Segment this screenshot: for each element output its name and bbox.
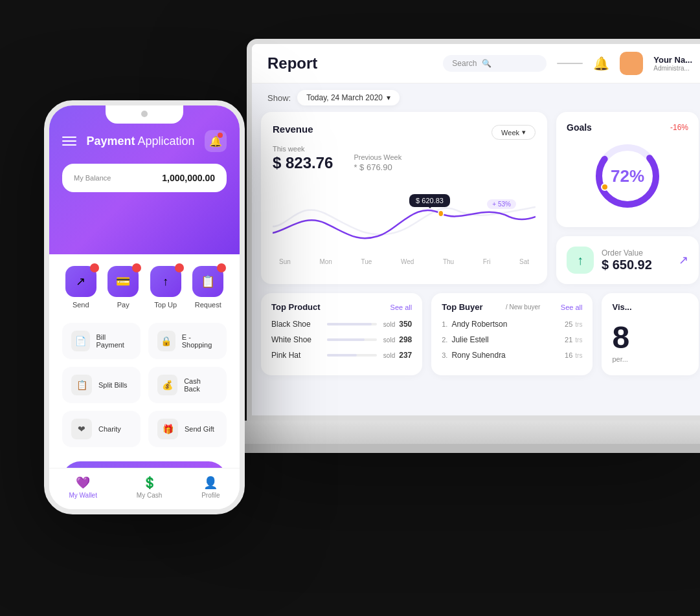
notification-bell-icon[interactable]: 🔔 <box>205 130 227 152</box>
chevron-down-icon: ▾ <box>387 93 390 102</box>
e-shopping-icon: 🔒 <box>157 331 175 351</box>
revenue-title: Revenue <box>273 124 313 135</box>
phone-app-title: Payment Application <box>76 135 205 148</box>
user-avatar <box>620 52 643 75</box>
dashboard: Report Search 🔍 🔔 Your Na... Administra.… <box>252 44 700 415</box>
prev-week-value: * $ 676.90 <box>354 162 401 172</box>
date-selector[interactable]: Today, 24 March 2020 ▾ <box>297 90 400 105</box>
chart-badge: + 53% <box>487 199 516 209</box>
top-buyer-see-all[interactable]: See all <box>561 303 583 311</box>
search-bar[interactable]: Search 🔍 <box>443 55 547 72</box>
send-gift-label: Send Gift <box>185 425 214 433</box>
split-bills-label: Split Bills <box>98 381 128 389</box>
order-value: $ 650.92 <box>602 258 652 272</box>
cash-back-icon: 💰 <box>157 375 177 395</box>
profile-icon: 👤 <box>201 476 220 489</box>
divider <box>557 63 583 64</box>
chart-tooltip: $ 620.83 <box>409 194 450 207</box>
menu-send-gift[interactable]: 🎁 Send Gift <box>148 411 227 447</box>
menu-e-shopping[interactable]: 🔒 E - Shopping <box>148 323 227 359</box>
quick-actions: ↗ Send 💳 Pay ↑ Top Up 📋 Request <box>49 254 240 315</box>
hamburger-icon[interactable] <box>62 134 76 148</box>
bill-payment-label: Bill Payment <box>96 333 131 349</box>
top-product-see-all[interactable]: See all <box>390 303 412 311</box>
topup-label: Top Up <box>154 301 177 309</box>
chart-labels: Sun Mon Tue Wed Thu Fri Sat <box>273 258 536 265</box>
buyer-row-1: 1. Andy Robertson 25 trs <box>442 320 582 329</box>
laptop-screen: Report Search 🔍 🔔 Your Na... Administra.… <box>247 39 700 421</box>
user-name: Your Na... <box>653 55 692 65</box>
nav-cash[interactable]: 💲 My Cash <box>137 476 162 499</box>
laptop-mockup: Report Search 🔍 🔔 Your Na... Administra.… <box>221 39 700 595</box>
nav-cash-label: My Cash <box>137 492 162 499</box>
action-topup[interactable]: ↑ Top Up <box>150 266 181 309</box>
phone-camera <box>141 111 148 117</box>
prev-week-label: Previous Week <box>354 153 401 161</box>
goals-change: -16% <box>670 123 688 132</box>
balance-amount: 1,000,000.00 <box>162 173 215 183</box>
pay-icon: 💳 <box>107 266 139 297</box>
visitors-title: Vis... <box>612 302 631 312</box>
action-send[interactable]: ↗ Send <box>65 266 96 309</box>
user-info: Your Na... Administra... <box>653 55 692 72</box>
top-buyer-card: Top Buyer / New buyer See all 1. Andy Ro… <box>431 293 593 375</box>
menu-bill-payment[interactable]: 📄 Bill Payment <box>62 323 141 359</box>
dashboard-body: Revenue Week ▾ This week $ 823.76 Previo… <box>252 112 700 293</box>
revenue-chart: $ 620.83 + 53% Sun Mon <box>273 181 536 272</box>
svg-point-0 <box>438 210 444 217</box>
goals-card: Goals -16% 72% <box>556 112 699 227</box>
page-title: Report <box>267 54 317 72</box>
nav-wallet-label: My Wallet <box>69 492 97 499</box>
buyer-row-2: 2. Julie Estell 21 trs <box>442 335 582 344</box>
svg-point-3 <box>602 184 608 190</box>
order-up-icon: ↑ <box>567 247 594 274</box>
order-value-card: ↑ Order Value $ 650.92 ↗ <box>556 236 699 284</box>
menu-split-bills[interactable]: 📋 Split Bills <box>62 367 141 403</box>
cash-back-label: Cash Back <box>184 377 218 393</box>
nav-profile-label: Profile <box>201 492 220 499</box>
phone-header: Payment Application 🔔 My Balance 1,000,0… <box>49 105 240 254</box>
send-icon: ↗ <box>65 266 96 297</box>
visitors-sub: per... <box>612 355 688 363</box>
balance-label: My Balance <box>74 174 111 182</box>
this-week-stat: This week $ 823.76 <box>273 145 333 172</box>
wallet-icon: 💜 <box>74 476 92 489</box>
grid-menu: 📄 Bill Payment 🔒 E - Shopping 📋 Split Bi… <box>49 315 240 455</box>
laptop-base <box>208 444 700 453</box>
cash-icon: 💲 <box>141 476 159 489</box>
chevron-down-icon: ▾ <box>522 128 526 137</box>
visitors-number: 8 <box>612 320 688 355</box>
split-bills-icon: 📋 <box>71 375 92 395</box>
product-row-1: Black Shoe sold 350 <box>271 320 412 329</box>
search-placeholder: Search <box>452 59 477 68</box>
phone-mockup: Payment Application 🔔 My Balance 1,000,0… <box>44 100 245 514</box>
date-filter-row: Show: Today, 24 March 2020 ▾ <box>252 83 700 112</box>
topup-icon: ↑ <box>150 266 181 297</box>
laptop-body <box>221 421 700 446</box>
pay-label: Pay <box>117 301 130 309</box>
prev-week-stat: Previous Week * $ 676.90 <box>354 153 401 172</box>
request-icon: 📋 <box>192 266 223 297</box>
product-row-2: White Shoe sold 298 <box>271 335 412 344</box>
send-gift-icon: 🎁 <box>157 419 178 439</box>
phone-bottom-nav: 💜 My Wallet 💲 My Cash 👤 Profile <box>49 468 240 509</box>
bill-payment-icon: 📄 <box>71 331 90 351</box>
buyer-row-3: 3. Rony Suhendra 16 trs <box>442 351 582 360</box>
user-role: Administra... <box>653 65 692 72</box>
menu-charity[interactable]: ❤ Charity <box>62 411 141 447</box>
nav-wallet[interactable]: 💜 My Wallet <box>69 476 97 499</box>
action-request[interactable]: 📋 Request <box>192 266 223 309</box>
notification-icon[interactable]: 🔔 <box>593 56 609 71</box>
goals-title: Goals <box>567 122 592 133</box>
dashboard-bottom: Top Product See all Black Shoe sold 350 … <box>252 293 700 384</box>
action-pay[interactable]: 💳 Pay <box>107 266 139 309</box>
nav-profile[interactable]: 👤 Profile <box>201 476 220 499</box>
request-label: Request <box>195 301 221 309</box>
show-label: Show: <box>267 93 291 103</box>
week-button[interactable]: Week ▾ <box>491 125 536 140</box>
date-value: Today, 24 March 2020 <box>306 93 383 102</box>
top-buyer-sub: / New buyer <box>506 303 540 311</box>
menu-cash-back[interactable]: 💰 Cash Back <box>148 367 227 403</box>
top-product-card: Top Product See all Black Shoe sold 350 … <box>261 293 422 375</box>
charity-icon: ❤ <box>71 419 92 439</box>
